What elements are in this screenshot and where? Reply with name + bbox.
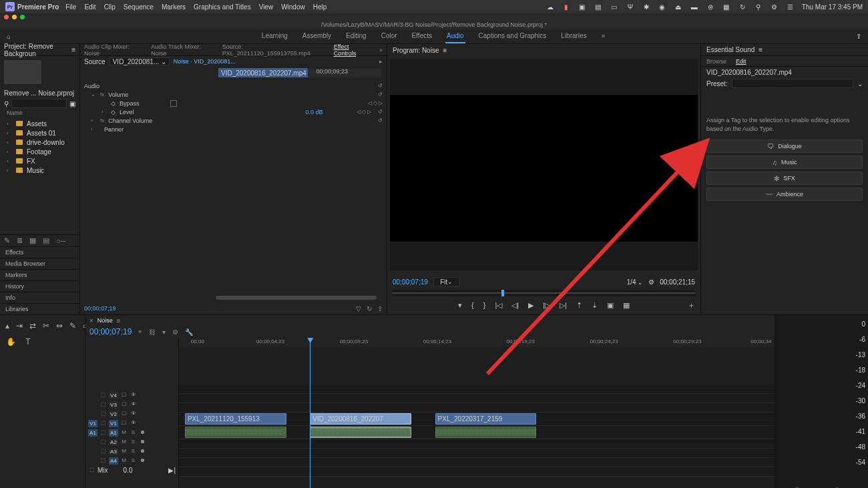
selection-tool-icon[interactable]: ▴ [5, 320, 9, 331]
workspace-color[interactable]: Color [380, 29, 399, 43]
menubar-datetime[interactable]: Thu Mar 17 3:45 PM [802, 3, 863, 11]
track-a3[interactable] [179, 449, 775, 458]
go-to-in-icon[interactable]: |◁ [495, 301, 502, 310]
audio-type-dialogue[interactable]: 🗨Dialogue [706, 140, 863, 153]
program-zoom-dropdown[interactable]: Fit ⌄ [433, 277, 460, 286]
menu-edit[interactable]: Edit [84, 3, 95, 11]
program-tc-current[interactable]: 00;00;07;19 [393, 278, 428, 286]
preset-chevron-icon[interactable]: ⌄ [857, 80, 863, 87]
panel-libraries[interactable]: Libraries [0, 303, 79, 314]
ec-zoom-slider[interactable] [216, 296, 377, 300]
ec-channel-volume[interactable]: Channel Volume [108, 117, 152, 124]
psi-icon[interactable]: Ψ [626, 2, 635, 11]
track-select-tool-icon[interactable]: ⇥ [16, 320, 23, 331]
go-to-out-icon[interactable]: ▷| [560, 301, 567, 310]
ec-clip-strip[interactable]: VID_20200816_202207.mp4 [218, 68, 308, 77]
menu-clip[interactable]: Clip [104, 3, 116, 11]
menu-help[interactable]: Help [313, 3, 327, 11]
menu-graphics[interactable]: Graphics and Titles [194, 3, 251, 11]
ripple-edit-tool-icon[interactable]: ⇄ [29, 320, 36, 331]
menu-sequence[interactable]: Sequence [124, 3, 154, 11]
eject-icon[interactable]: ⏏ [674, 2, 683, 11]
track-v3[interactable] [179, 394, 775, 403]
timemachine-icon[interactable]: ↻ [738, 2, 747, 11]
kf-nav-icon[interactable]: ◁ ◇ ▷ [368, 100, 383, 106]
tab-audio-track-mixer[interactable]: Audio Track Mixer: Noise [151, 43, 212, 57]
ec-level-value[interactable]: 0.0 dB [306, 109, 323, 115]
timeline-timecode[interactable]: 00;00;07;19 [89, 327, 132, 336]
kf-reset-icon[interactable]: ↺ [378, 109, 383, 115]
mark-in-icon[interactable]: { [471, 301, 474, 309]
record-icon[interactable]: ▮ [562, 2, 571, 11]
export-icon[interactable]: ⇪ [856, 33, 861, 40]
timeline-playhead[interactable] [310, 338, 310, 488]
clip-audio-3[interactable] [435, 427, 537, 438]
track-header-mix[interactable]: ⬚Mix0.0▶| [85, 465, 178, 475]
preset-dropdown[interactable] [732, 79, 853, 88]
compare-icon[interactable]: ▦ [623, 301, 630, 310]
kf-reset-icon[interactable]: ↺ [378, 117, 383, 124]
clip-audio-1[interactable] [185, 427, 286, 438]
spotlight-icon[interactable]: ⚲ [754, 2, 763, 11]
kf-reset-icon[interactable]: ↺ [378, 83, 383, 89]
home-icon[interactable]: ⌂ [7, 33, 11, 40]
ec-loop-icon[interactable]: ↻ [367, 305, 372, 312]
keyframe-toggle-icon[interactable]: ◇ [111, 100, 116, 107]
ec-source-dropdown[interactable]: VID_2020081...⌄ [110, 57, 170, 65]
maximize-window-icon[interactable] [20, 15, 25, 19]
settings-icon[interactable]: ⚙ [172, 328, 178, 336]
linked-selection-icon[interactable]: ⛓ [149, 328, 156, 336]
keyframe-toggle-icon[interactable]: ◇ [111, 109, 116, 115]
workspace-learning[interactable]: Learning [260, 29, 289, 43]
clip-video-2[interactable]: VID_20200816_202207 [310, 413, 411, 425]
marker-icon[interactable]: ▾ [162, 328, 166, 336]
panel-effects[interactable]: Effects [0, 246, 79, 258]
clip-video-3[interactable]: PXL_20220317_2159 [435, 413, 537, 425]
ec-export-icon[interactable]: ⇪ [377, 305, 383, 312]
menu-window[interactable]: Window [281, 3, 305, 11]
timeline-ruler[interactable]: 00;00 00;00;04;23 00;00;09;23 00;00;14;2… [179, 338, 775, 347]
bin-item[interactable]: ›Footage [0, 147, 79, 156]
timeline-sequence-name[interactable]: Noise [97, 317, 113, 324]
workspace-libraries[interactable]: Libraries [560, 29, 588, 43]
control-center-icon[interactable]: ⚙ [770, 2, 779, 11]
track-header-a2[interactable]: ⬚A2MS⏺ [85, 437, 178, 447]
workspace-editing[interactable]: Editing [345, 29, 368, 43]
track-header-a3[interactable]: ⬚A3MS⏺ [85, 447, 178, 456]
audio-type-music[interactable]: ♫Music [706, 156, 863, 169]
menu-file[interactable]: File [65, 3, 76, 11]
battery-icon[interactable]: ▬ [690, 2, 699, 11]
workspace-effects[interactable]: Effects [411, 29, 433, 43]
display-icon[interactable]: ▭ [610, 2, 619, 11]
bin-item[interactable]: ›Music [0, 166, 79, 175]
clip-audio-2[interactable] [310, 427, 411, 438]
zoom-slider-icon[interactable]: ○─ [56, 237, 65, 245]
essential-sound-title[interactable]: Essential Sound [706, 46, 754, 53]
slip-tool-icon[interactable]: ⇔ [56, 320, 63, 331]
panel-media-browser[interactable]: Media Browser [0, 258, 79, 269]
track-header-v4[interactable]: ⬚V4☐👁 [85, 391, 178, 400]
program-resolution-dropdown[interactable]: 1/4 ⌄ [627, 278, 643, 286]
hand-tool-icon[interactable]: ✋ [5, 336, 16, 347]
project-thumbnail[interactable] [4, 60, 41, 84]
track-header-a4[interactable]: ⬚A4MS⏺ [85, 456, 178, 465]
bypass-checkbox[interactable] [170, 100, 177, 107]
workspace-assembly[interactable]: Assembly [301, 29, 333, 43]
clip-video-1[interactable]: PXL_20211120_155913 [185, 413, 286, 425]
panel-history[interactable]: History [0, 280, 79, 292]
essential-sound-tab-edit[interactable]: Edit [736, 58, 746, 65]
button-editor-icon[interactable]: ＋ [688, 300, 695, 310]
menu-view[interactable]: View [259, 3, 274, 11]
tab-effect-controls[interactable]: Effect Controls [334, 43, 370, 57]
ec-timecode[interactable]: 00;00;07;19 [84, 305, 116, 312]
step-back-icon[interactable]: ◁| [511, 301, 519, 310]
snap-icon[interactable]: ⌖ [138, 328, 142, 336]
minimize-window-icon[interactable] [12, 15, 17, 19]
add-marker-icon[interactable]: ▾ [458, 301, 462, 310]
razor-tool-icon[interactable]: ✂ [43, 320, 49, 331]
track-header-v1[interactable]: V1⬚V1☐👁 [85, 419, 178, 428]
screen-icon[interactable]: ▤ [594, 2, 603, 11]
track-v4[interactable] [179, 385, 775, 394]
close-window-icon[interactable] [4, 15, 9, 19]
panel-markers[interactable]: Markers [0, 269, 79, 280]
